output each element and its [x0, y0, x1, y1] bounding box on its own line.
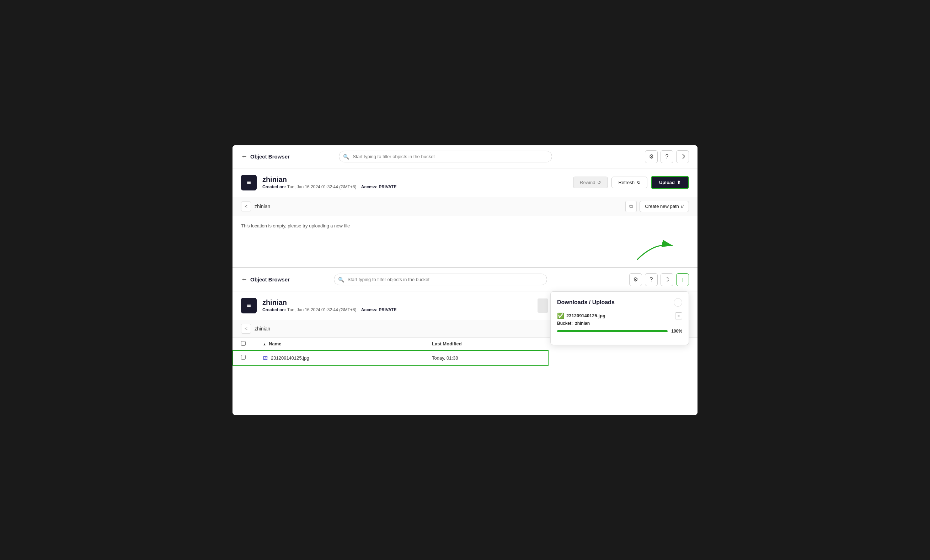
- upload-success-icon: ✅: [557, 312, 564, 319]
- downloads-panel-header: Downloads / Uploads –: [557, 298, 682, 307]
- panel2-theme-button[interactable]: ☽: [661, 273, 673, 286]
- row-name-cell: 🖼 231209140125.jpg: [254, 350, 423, 365]
- refresh-label: Refresh: [618, 180, 634, 185]
- panel2-bucket-name: zhinian: [262, 298, 396, 307]
- panel1-nav-actions: ⚙ ? ☽: [645, 150, 689, 163]
- settings-button[interactable]: ⚙: [645, 150, 658, 163]
- downloads-title: Downloads / Uploads: [557, 299, 615, 306]
- panel2-spacer: [232, 372, 698, 415]
- upload-label: Upload: [659, 180, 675, 185]
- help-button[interactable]: ?: [661, 150, 673, 163]
- panel2-bucket-meta: Created on: Tue, Jan 16 2024 01:32:44 (G…: [262, 308, 396, 312]
- panel1-path-bar: < zhinian ⧉ Create new path //: [232, 197, 698, 216]
- panel1-nav: ← Object Browser 🔍 ⚙ ? ☽: [232, 145, 698, 168]
- row-checkbox[interactable]: [241, 355, 246, 360]
- panel2-nav: ← Object Browser 🔍 ⚙ ? ☽ ↓: [232, 268, 698, 291]
- panel1-back-button[interactable]: ← Object Browser: [241, 153, 290, 160]
- select-all-checkbox[interactable]: [241, 341, 246, 346]
- panel1-bucket-actions: Rewind ↺ Refresh ↻ Upload ⬆: [573, 176, 689, 189]
- row-modified-cell: Today, 01:38: [423, 350, 548, 365]
- sort-icon: ▲: [263, 342, 266, 346]
- panel2-bucket-icon: ≡: [241, 298, 257, 314]
- search-icon: 🔍: [343, 154, 349, 160]
- panel2-path-back-button[interactable]: <: [241, 324, 251, 334]
- upload-item-header: ✅ 231209140125.jpg ×: [557, 312, 682, 320]
- path-actions: ⧉ Create new path //: [625, 201, 689, 212]
- upload-file-name: 231209140125.jpg: [566, 313, 605, 318]
- upload-bucket-info: Bucket: zhinian: [557, 321, 682, 326]
- rewind-label: Rewind: [580, 180, 595, 185]
- table-header-checkbox: [232, 338, 254, 351]
- search-icon-2: 🔍: [338, 277, 344, 283]
- bucket-name: zhinian: [262, 175, 396, 184]
- table-header-name: ▲ Name: [254, 338, 423, 351]
- downloads-panel: Downloads / Uploads – ✅ 231209140125.jpg…: [550, 291, 689, 345]
- panel1-content: This location is empty, please try uploa…: [232, 216, 698, 267]
- refresh-icon: ↻: [637, 180, 641, 185]
- panel2: ← Object Browser 🔍 ⚙ ? ☽ ↓ ≡ zhinian: [232, 268, 698, 415]
- panel2-bucket-info: zhinian Created on: Tue, Jan 16 2024 01:…: [262, 298, 396, 312]
- green-arrow-annotation: [633, 238, 676, 263]
- progress-bar: [557, 330, 668, 332]
- copy-path-button[interactable]: ⧉: [625, 201, 637, 212]
- panel2-nav-actions: ⚙ ? ☽ ↓: [629, 273, 689, 286]
- panel2-nav-title: Object Browser: [250, 277, 290, 283]
- upload-item-name-wrapper: ✅ 231209140125.jpg: [557, 312, 605, 319]
- create-path-label: Create new path: [645, 204, 679, 209]
- back-arrow-icon-2: ←: [241, 276, 248, 283]
- progress-fill: [557, 330, 668, 332]
- panel2-settings-button[interactable]: ⚙: [629, 273, 642, 286]
- row-checkbox-cell: [232, 350, 254, 365]
- progress-percentage: 100%: [671, 329, 682, 334]
- file-name: 231209140125.jpg: [271, 355, 309, 361]
- progress-bar-wrapper: 100%: [557, 329, 682, 334]
- table-header-modified: Last Modified: [423, 338, 548, 351]
- empty-state-message: This location is empty, please try uploa…: [232, 216, 698, 238]
- panel2-help-button[interactable]: ?: [645, 273, 658, 286]
- path-back-button[interactable]: <: [241, 202, 251, 211]
- panel2-search-input[interactable]: [334, 274, 547, 285]
- bucket-icon: ≡: [241, 175, 257, 191]
- create-path-icon: //: [681, 204, 684, 209]
- upload-button[interactable]: Upload ⬆: [651, 176, 689, 189]
- rewind-icon: ↺: [597, 180, 601, 185]
- refresh-button[interactable]: Refresh ↻: [611, 177, 647, 188]
- file-table: ▲ Name Last Modified: [232, 338, 548, 365]
- upload-item: ✅ 231209140125.jpg × Bucket: zhinian 10: [557, 312, 682, 338]
- panel2-body: ≡ zhinian Created on: Tue, Jan 16 2024 0…: [232, 291, 698, 372]
- file-type-icon: 🖼: [263, 355, 268, 361]
- panel2-path-name: zhinian: [254, 326, 270, 332]
- upload-bucket-name: zhinian: [575, 321, 590, 326]
- table-row[interactable]: 🖼 231209140125.jpg Today, 01:38: [232, 350, 548, 365]
- rewind-button: Rewind ↺: [573, 177, 608, 188]
- downloads-collapse-button[interactable]: –: [674, 298, 682, 307]
- create-path-button[interactable]: Create new path //: [639, 201, 689, 212]
- path-name: zhinian: [254, 204, 270, 209]
- upload-icon: ⬆: [677, 180, 681, 185]
- bucket-meta: Created on: Tue, Jan 16 2024 01:32:44 (G…: [262, 185, 396, 189]
- panel1-nav-title: Object Browser: [250, 154, 290, 160]
- panel2-search-bar: 🔍: [334, 274, 547, 285]
- panel2-back-button[interactable]: ← Object Browser: [241, 276, 290, 283]
- back-arrow-icon: ←: [241, 153, 248, 160]
- upload-close-button[interactable]: ×: [675, 312, 682, 320]
- panel1-bucket-info: zhinian Created on: Tue, Jan 16 2024 01:…: [262, 175, 396, 189]
- panel1-search-input[interactable]: [339, 151, 552, 162]
- panel2-download-button[interactable]: ↓: [676, 273, 689, 286]
- file-name-wrapper: 🖼 231209140125.jpg: [263, 355, 415, 361]
- panel1-search-bar: 🔍: [339, 151, 552, 162]
- theme-button[interactable]: ☽: [676, 150, 689, 163]
- panel1-bucket-header: ≡ zhinian Created on: Tue, Jan 16 2024 0…: [232, 168, 698, 197]
